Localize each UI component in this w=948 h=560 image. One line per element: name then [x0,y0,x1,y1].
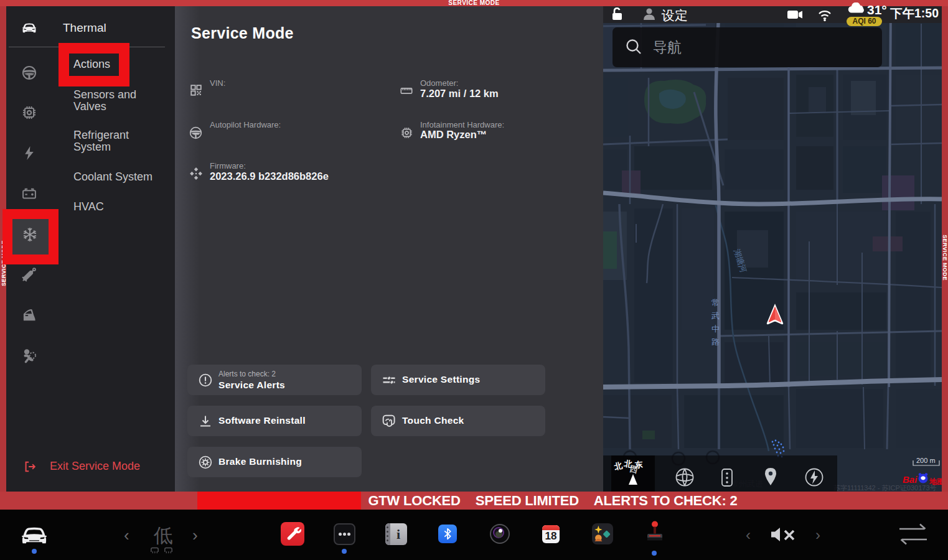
svg-text:常: 常 [711,298,720,307]
svg-text:设定: 设定 [661,8,688,22]
svg-text:Bai: Bai [903,474,917,485]
svg-text:导航: 导航 [653,39,682,55]
svg-text:200 m: 200 m [916,457,936,464]
svg-text:武: 武 [711,311,720,320]
svg-text:中: 中 [711,324,720,334]
svg-text:地图: 地图 [929,477,942,486]
svg-text:路: 路 [711,337,720,347]
svg-text:苏字11111342 - 苏ICP证030173号: 苏字11111342 - 苏ICP证030173号 [833,484,937,492]
